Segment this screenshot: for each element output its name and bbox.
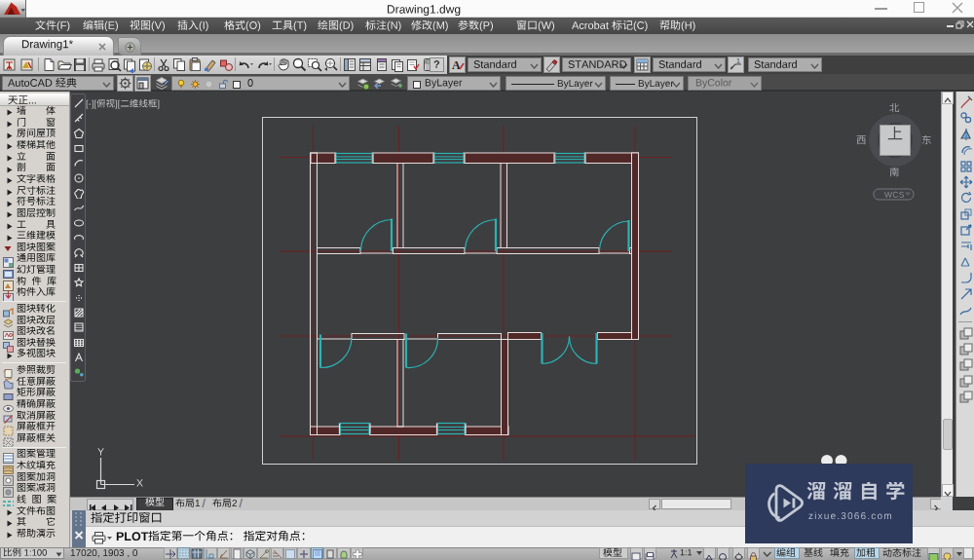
svg-text:1: 1 bbox=[736, 57, 740, 64]
svg-text:A: A bbox=[452, 58, 461, 72]
